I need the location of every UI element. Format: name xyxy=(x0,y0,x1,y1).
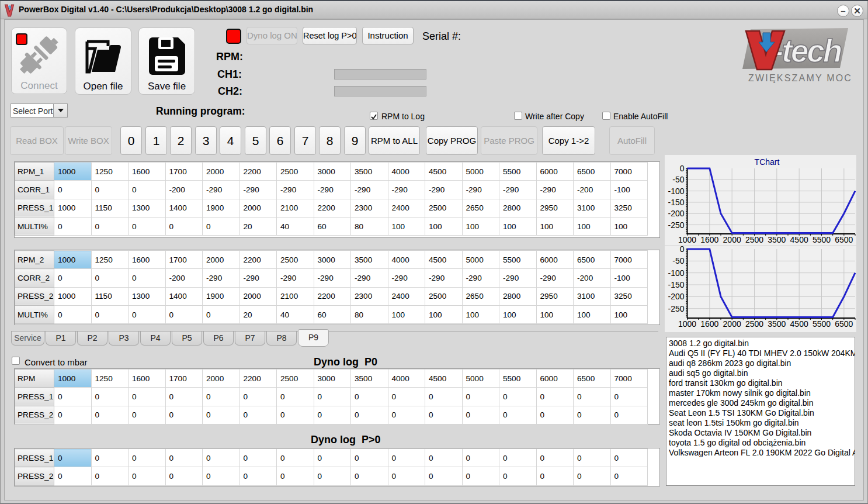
svg-text:0: 0 xyxy=(680,164,685,173)
svg-text:2500: 2500 xyxy=(745,235,763,244)
svg-text:-250: -250 xyxy=(668,220,684,230)
svg-text:6500: 6500 xyxy=(835,235,853,244)
svg-text:4500: 4500 xyxy=(790,319,808,329)
svg-text:-50: -50 xyxy=(672,175,684,184)
svg-text:5500: 5500 xyxy=(813,235,831,244)
svg-text:ZWIĘKSZAMY MOC: ZWIĘKSZAMY MOC xyxy=(748,73,852,83)
svg-text:3500: 3500 xyxy=(768,235,786,244)
svg-text:5500: 5500 xyxy=(813,319,831,329)
svg-text:-100: -100 xyxy=(668,268,684,278)
svg-text:-200: -200 xyxy=(668,209,684,218)
svg-text:-200: -200 xyxy=(668,292,684,301)
svg-text:1600: 1600 xyxy=(700,235,718,244)
svg-text:4500: 4500 xyxy=(790,235,808,244)
svg-text:-150: -150 xyxy=(668,280,684,289)
svg-text:2000: 2000 xyxy=(723,319,741,329)
svg-text:0: 0 xyxy=(680,246,685,254)
svg-text:1600: 1600 xyxy=(700,319,718,329)
svg-text:TChart: TChart xyxy=(755,157,780,167)
svg-text:6500: 6500 xyxy=(835,319,853,329)
svg-text:1000: 1000 xyxy=(678,319,696,329)
svg-text:-250: -250 xyxy=(668,304,684,313)
svg-text:-100: -100 xyxy=(668,187,684,196)
svg-text:-150: -150 xyxy=(668,198,684,207)
svg-text:2500: 2500 xyxy=(745,319,763,329)
svg-text:3500: 3500 xyxy=(768,319,786,329)
svg-text:-50: -50 xyxy=(672,256,684,265)
svg-text:1000: 1000 xyxy=(678,235,696,244)
svg-text:-tech: -tech xyxy=(773,33,842,69)
svg-text:2000: 2000 xyxy=(723,235,741,244)
